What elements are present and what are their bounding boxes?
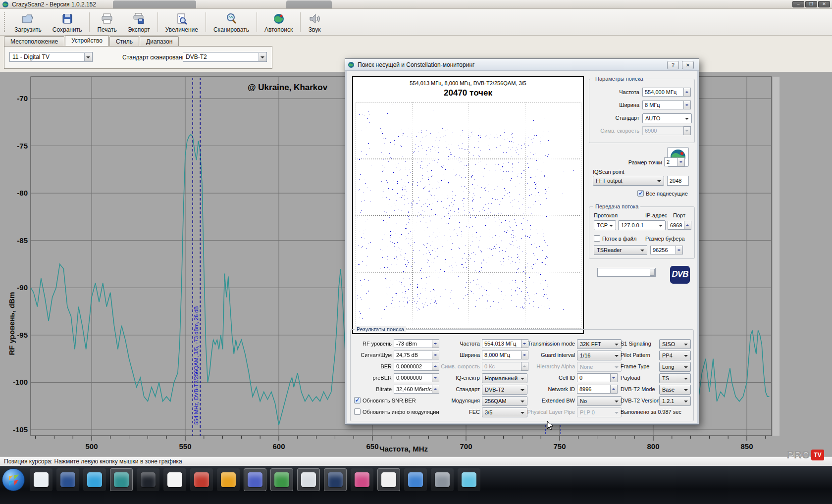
- taskbar-item[interactable]: [30, 468, 52, 491]
- guard-interval-select[interactable]: 1/16: [577, 351, 622, 360]
- taskbar-item[interactable]: [163, 468, 186, 491]
- tab-стиль[interactable]: Стиль: [109, 36, 139, 47]
- taskbar-item[interactable]: [83, 468, 106, 491]
- point-size-spinner[interactable]: [677, 157, 685, 166]
- scan-button[interactable]: Сканировать: [208, 9, 255, 35]
- zoom-button[interactable]: Увеличение: [160, 9, 204, 35]
- rf-level-field[interactable]: -73 dBm: [394, 339, 432, 348]
- speaker-icon: [308, 12, 321, 25]
- field-label: Guard interval: [520, 352, 575, 358]
- browse-button[interactable]: [650, 269, 655, 276]
- all-subcarriers-checkbox[interactable]: [637, 190, 644, 197]
- maximize-button[interactable]: ❐: [805, 1, 817, 7]
- save-button[interactable]: Сохранить: [47, 9, 88, 35]
- s1-signaling-select[interactable]: SISO: [659, 339, 691, 349]
- hierarchy-alpha-select[interactable]: None: [577, 362, 622, 372]
- dialog-close-button[interactable]: ✕: [682, 61, 694, 69]
- taskbar-item[interactable]: [110, 468, 133, 491]
- width-field[interactable]: 8 МГц: [642, 101, 684, 109]
- cell-id-field[interactable]: 0: [577, 373, 611, 382]
- stream-to-file-checkbox[interactable]: [594, 235, 600, 242]
- taskbar-item[interactable]: [458, 468, 480, 491]
- standard-label: Стандарт сканирования: [122, 54, 189, 61]
- taskbar-item[interactable]: [297, 468, 320, 491]
- snr-field[interactable]: 24,75 dB: [394, 351, 432, 359]
- ip-select[interactable]: 127.0.0.1: [618, 220, 666, 230]
- res-symbol-rate-field[interactable]: 0 Кс: [482, 362, 521, 371]
- symbol-rate-spinner[interactable]: [683, 126, 691, 135]
- taskbar-item[interactable]: [324, 468, 347, 491]
- autosearch-button[interactable]: Автопоиск: [259, 9, 298, 35]
- frequency-spinner[interactable]: [683, 88, 691, 97]
- background-window-tab[interactable]: [286, 0, 332, 8]
- x-tick: 750: [544, 442, 575, 451]
- cell-id-spinner[interactable]: [610, 373, 618, 382]
- ber-field[interactable]: 0,0000002: [394, 362, 432, 371]
- load-button[interactable]: Загрузить: [9, 9, 47, 35]
- sound-button[interactable]: Звук: [303, 9, 326, 35]
- update-snr-ber-checkbox[interactable]: [354, 397, 361, 403]
- taskbar-item[interactable]: [377, 468, 400, 491]
- taskbar-item[interactable]: [270, 468, 293, 491]
- res-width-field[interactable]: 8,000 МГц: [482, 351, 521, 359]
- transmission-mode-select[interactable]: 32K FFT: [577, 339, 622, 349]
- minimize-button[interactable]: –: [792, 1, 804, 7]
- network-id-spinner[interactable]: [610, 385, 618, 394]
- file-path-field[interactable]: [597, 268, 656, 277]
- taskbar-item[interactable]: [56, 468, 79, 491]
- buffer-size-field[interactable]: 96256: [650, 246, 676, 254]
- tab-диапазон[interactable]: Диапазон: [140, 36, 179, 47]
- width-spinner[interactable]: [683, 101, 691, 109]
- payload-select[interactable]: TS: [659, 373, 691, 383]
- tab-устройство[interactable]: Устройство: [65, 35, 109, 46]
- reader-select[interactable]: TSReader: [594, 245, 647, 255]
- taskbar-item[interactable]: [404, 468, 427, 491]
- ip-label: IP-адрес: [645, 212, 667, 218]
- background-window-tab[interactable]: [113, 0, 196, 8]
- start-button[interactable]: [2, 468, 25, 491]
- close-button[interactable]: ✕: [818, 1, 830, 7]
- dvbt2-mode-select[interactable]: Base: [659, 385, 691, 395]
- export-button[interactable]: Экспорт: [122, 9, 156, 35]
- point-size-field[interactable]: 2: [664, 157, 678, 166]
- taskbar-item[interactable]: [217, 468, 240, 491]
- taskbar-item[interactable]: [431, 468, 454, 491]
- physical-layer-pipe-select[interactable]: PLP 0: [577, 407, 622, 417]
- symbol-rate-field[interactable]: 6900: [642, 126, 684, 135]
- dialog-help-button[interactable]: ?: [667, 61, 679, 69]
- port-field[interactable]: 6969: [668, 221, 684, 230]
- standard-select[interactable]: AUTO: [642, 113, 692, 123]
- pilot-pattern-select[interactable]: PP4: [659, 351, 691, 360]
- dvbt2-version-select[interactable]: 1.2.1: [659, 396, 691, 406]
- fft-points-field[interactable]: 2048: [667, 176, 689, 186]
- taskbar-item[interactable]: [351, 468, 373, 491]
- rf-level-spinner[interactable]: [432, 339, 439, 348]
- dvb-logo: DVB: [670, 266, 690, 284]
- port-spinner[interactable]: [684, 221, 691, 230]
- device-select[interactable]: 11 - Digital TV: [9, 52, 93, 62]
- taskbar-item[interactable]: [137, 468, 159, 491]
- print-button[interactable]: Печать: [92, 9, 122, 35]
- ber-spinner[interactable]: [432, 362, 439, 371]
- scan-standard-select[interactable]: DVB-T2: [183, 52, 267, 62]
- res-frequency-field[interactable]: 554,013 МГц: [482, 339, 521, 348]
- network-id-field[interactable]: 8996: [577, 385, 611, 394]
- frame-type-select[interactable]: Long: [659, 362, 691, 372]
- preber-spinner[interactable]: [432, 373, 439, 382]
- update-mod-info-checkbox[interactable]: [354, 408, 361, 415]
- iqscan-point-select[interactable]: FFT output: [593, 176, 664, 186]
- app-icon: [194, 472, 209, 487]
- taskbar-item[interactable]: [190, 468, 213, 491]
- app-icon: [221, 472, 236, 487]
- taskbar-item[interactable]: [244, 468, 266, 491]
- snr-spinner[interactable]: [432, 351, 439, 359]
- toolbar-grip[interactable]: [4, 12, 7, 32]
- buffer-size-spinner[interactable]: [676, 246, 683, 254]
- tab-местоположение[interactable]: Местоположение: [4, 36, 64, 47]
- bitrate-field[interactable]: 32,460 Мбит/с: [394, 385, 432, 394]
- bitrate-spinner[interactable]: [432, 385, 439, 394]
- protocol-select[interactable]: TCP: [594, 220, 616, 230]
- frequency-field[interactable]: 554,000 МГц: [642, 88, 684, 97]
- extended-bw-select[interactable]: No: [577, 396, 622, 406]
- preber-field[interactable]: 0,0000000: [394, 373, 432, 382]
